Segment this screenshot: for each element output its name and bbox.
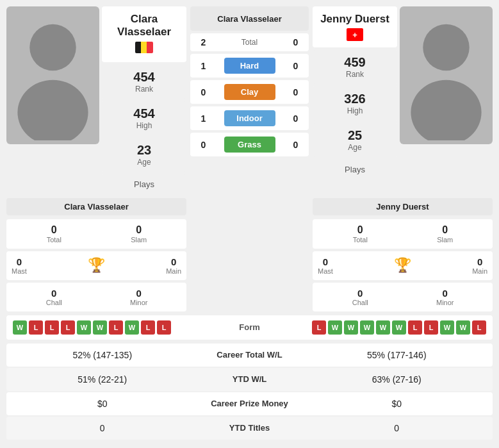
form-left-badges: WLLLWWLWLL xyxy=(13,320,211,335)
stat-row: 51% (22-21) YTD W/L 63% (27-16) xyxy=(6,368,493,391)
player-stats-grids: 0 Total 0 Slam 0 Mast 🏆 0 Main xyxy=(6,219,493,311)
right-stats-block: 0 Total 0 Slam 0 Mast 🏆 0 Main xyxy=(313,219,493,311)
right-player-bottom-name: Jenny Duerst xyxy=(313,198,493,215)
left-minor-lbl: Minor xyxy=(97,299,182,306)
left-total-lbl: Total xyxy=(12,236,97,244)
player-right-rank-value: 459 xyxy=(318,55,392,70)
right-trophy-box: 0 Mast 🏆 0 Main xyxy=(313,251,493,280)
form-badge-right: L xyxy=(424,320,438,335)
player-names-bottom-row: Clara Vlasselaer Jenny Duerst xyxy=(6,198,493,215)
player-left-high-box: 454 High xyxy=(102,101,186,135)
form-label: Form xyxy=(211,322,288,332)
player-left-photo xyxy=(6,6,99,144)
stat-left-val: 51% (22-21) xyxy=(19,374,186,385)
left-player-label: Clara Vlasselaer xyxy=(190,6,309,31)
stat-right-val: 55% (177-146) xyxy=(314,350,480,360)
left-chall-lbl: Chall xyxy=(12,299,97,306)
right-minor-lbl: Minor xyxy=(403,299,488,306)
left-wl-grid: 0 Total 0 Slam xyxy=(6,219,186,249)
right-indoor-wins: 0 xyxy=(288,113,304,124)
player-right-rank-box: 459 Rank xyxy=(313,50,397,84)
left-main-val: 0 xyxy=(166,256,181,267)
right-minor-val: 0 xyxy=(403,288,488,299)
left-slam-val: 0 xyxy=(97,224,182,236)
player-left-age-box: 23 Age xyxy=(102,138,186,172)
right-total-wins: 0 xyxy=(288,37,304,47)
trophy-left-icon: 🏆 xyxy=(88,257,105,274)
left-chall-box: 0 Chall 0 Minor xyxy=(6,283,186,311)
player-right-high-label: High xyxy=(318,106,392,115)
left-clay-wins: 0 xyxy=(195,87,211,97)
right-chall-val: 0 xyxy=(318,288,403,299)
player-left-rank-box: 454 Rank xyxy=(102,65,186,99)
form-badge-right: W xyxy=(456,320,470,335)
grass-row: 0 Grass 0 xyxy=(190,133,309,156)
form-badge-right: L xyxy=(472,320,486,335)
left-minor-val: 0 xyxy=(97,288,182,299)
right-chall-box: 0 Chall 0 Minor xyxy=(313,283,493,311)
player-left-name-box: Clara Vlasselaer xyxy=(102,6,186,62)
form-badge-left: W xyxy=(13,320,27,335)
right-clay-wins: 0 xyxy=(288,87,304,97)
svg-point-0 xyxy=(29,24,76,71)
bottom-stats-section: 52% (147-135) Career Total W/L 55% (177-… xyxy=(6,344,493,440)
total-label: Total xyxy=(211,38,288,47)
stat-row: 0 YTD Titles 0 xyxy=(6,417,493,440)
left-grass-wins: 0 xyxy=(195,140,211,150)
center-courts-column: Clara Vlasselaer 2 Total 0 1 Hard 0 0 C xyxy=(190,6,309,194)
player-right-photo xyxy=(400,6,493,144)
total-row: 2 Total 0 xyxy=(190,33,309,51)
player-left-flag xyxy=(107,42,181,56)
right-chall-lbl: Chall xyxy=(318,299,403,306)
grass-button[interactable]: Grass xyxy=(224,137,275,153)
form-badge-right: W xyxy=(376,320,390,335)
stat-row: 52% (147-135) Career Total W/L 55% (177-… xyxy=(6,344,493,367)
player-left-age-value: 23 xyxy=(107,143,181,158)
left-trophy-box: 0 Mast 🏆 0 Main xyxy=(6,251,186,280)
left-slam-lbl: Slam xyxy=(97,236,182,244)
form-row: WLLLWWLWLL Form LWWWWWLLWWL xyxy=(6,315,493,340)
hard-button[interactable]: Hard xyxy=(224,58,275,74)
stat-left-val: $0 xyxy=(19,399,186,409)
form-badge-right: W xyxy=(440,320,454,335)
left-chall-val: 0 xyxy=(12,288,97,299)
clay-button[interactable]: Clay xyxy=(224,84,275,100)
player-left-high-label: High xyxy=(107,121,181,130)
stat-right-val: 0 xyxy=(314,423,480,433)
center-spacer xyxy=(190,219,309,311)
right-total-val: 0 xyxy=(318,224,403,236)
right-wl-grid: 0 Total 0 Slam xyxy=(313,219,493,249)
left-total-wins: 2 xyxy=(195,37,211,47)
player-left-rank-value: 454 xyxy=(107,70,181,85)
form-badge-right: W xyxy=(328,320,342,335)
form-badge-left: W xyxy=(77,320,91,335)
form-right-badges: LWWWWWLLWWL xyxy=(288,320,487,335)
player-right-age-box: 25 Age xyxy=(313,123,397,157)
form-badge-right: W xyxy=(392,320,406,335)
form-badge-left: L xyxy=(141,320,155,335)
form-badge-right: W xyxy=(360,320,374,335)
player-right-high-value: 326 xyxy=(318,92,392,106)
player-right-high-box: 326 High xyxy=(313,87,397,120)
form-badge-left: W xyxy=(125,320,139,335)
stat-left-val: 52% (147-135) xyxy=(19,350,186,360)
indoor-button[interactable]: Indoor xyxy=(224,110,275,126)
left-stats-block: 0 Total 0 Slam 0 Mast 🏆 0 Main xyxy=(6,219,186,311)
stat-left-val: 0 xyxy=(19,423,186,433)
player-right-age-value: 25 xyxy=(318,128,392,143)
svg-point-2 xyxy=(423,24,470,71)
left-mast-lbl: Mast xyxy=(12,267,27,275)
form-badge-left: W xyxy=(93,320,107,335)
left-name-label: Clara Vlasselaer xyxy=(217,14,281,24)
form-badge-left: L xyxy=(109,320,123,335)
indoor-row: 1 Indoor 0 xyxy=(190,106,309,130)
right-total-lbl: Total xyxy=(318,236,403,244)
player-left-high-value: 454 xyxy=(107,106,181,121)
player-right-flag: + xyxy=(318,28,392,41)
stat-right-val: $0 xyxy=(314,399,480,409)
form-badge-left: L xyxy=(45,320,59,335)
form-badge-right: W xyxy=(344,320,358,335)
form-badge-right: L xyxy=(312,320,326,335)
right-main-lbl: Main xyxy=(472,267,487,275)
svg-point-1 xyxy=(17,80,88,140)
